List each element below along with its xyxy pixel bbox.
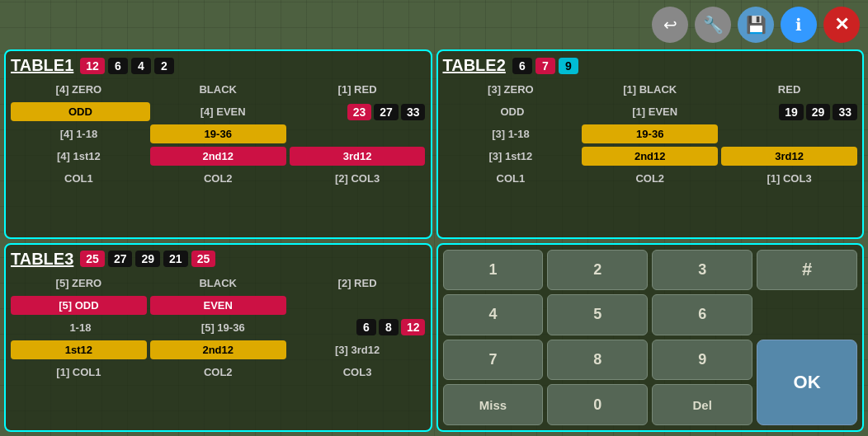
t3-3rd12: [3] 3rd12 (290, 340, 426, 359)
table3-badge-1: 27 (108, 251, 133, 267)
t2-num29: 29 (806, 104, 831, 120)
t3-black: BLACK (150, 274, 286, 293)
numpad-ok[interactable]: OK (757, 340, 857, 425)
t2-black: [1] BLACK (582, 80, 718, 99)
table2-row-2: [3] 1-18 19-36 (443, 124, 858, 143)
table1-row-2: [4] 1-18 19-36 (11, 124, 426, 143)
t1-num33: 33 (401, 104, 426, 120)
numpad-7[interactable]: 7 (443, 340, 544, 381)
table1-panel: TABLE1 12 6 4 2 [4] ZERO BLACK [1] RED O… (4, 49, 432, 239)
table1-badge-0: 12 (80, 58, 105, 74)
t2-num19: 19 (779, 104, 804, 120)
table1-badge-1: 6 (108, 58, 128, 74)
table1-row-4: COL1 COL2 [2] COL3 (11, 169, 426, 188)
numpad-2[interactable]: 2 (547, 250, 648, 291)
t1-1936[interactable]: 19-36 (150, 124, 286, 143)
t3-empty1 (290, 302, 426, 308)
t3-1936: [5] 19-36 (153, 318, 293, 337)
numpad-5[interactable]: 5 (547, 294, 648, 335)
t2-col1: COL1 (443, 169, 579, 188)
table2-row-3: [3] 1st12 2nd12 3rd12 (443, 147, 858, 166)
t3-1st12[interactable]: 1st12 (11, 340, 147, 359)
t2-3rd12[interactable]: 3rd12 (721, 147, 857, 166)
t2-empty (721, 131, 857, 138)
t1-118: [4] 1-18 (11, 124, 147, 143)
t3-col2: COL2 (150, 363, 286, 382)
t1-col2: COL2 (150, 169, 286, 188)
numpad-4[interactable]: 4 (443, 294, 544, 335)
t3-num12: 12 (401, 319, 426, 335)
table1-header: TABLE1 12 6 4 2 (11, 56, 426, 75)
numpad-9[interactable]: 9 (652, 340, 752, 381)
table3-badge-4: 25 (191, 251, 216, 267)
table2-title: TABLE2 (443, 56, 506, 75)
t1-col1: COL1 (11, 169, 147, 188)
save-button[interactable]: 💾 (738, 7, 774, 43)
close-button[interactable]: ✕ (823, 7, 860, 43)
table2-badge-0: 6 (512, 58, 532, 74)
info-button[interactable]: ℹ (781, 7, 817, 43)
t3-col3: COL3 (290, 363, 426, 382)
t1-empty (290, 131, 426, 138)
table1-badge-2: 4 (131, 58, 151, 74)
table2-badge-1: 7 (535, 58, 555, 74)
numpad-del[interactable]: Del (652, 384, 752, 425)
t1-col3: [2] COL3 (290, 169, 426, 188)
t2-col3: [1] COL3 (721, 169, 857, 188)
table2-header: TABLE2 6 7 9 (443, 56, 858, 75)
table3-badge-0: 25 (80, 251, 105, 267)
table2-row-0: [3] ZERO [1] BLACK RED (443, 80, 858, 99)
wrench-button[interactable]: 🔧 (695, 7, 731, 43)
numpad-8[interactable]: 8 (547, 340, 648, 381)
t3-2nd12[interactable]: 2nd12 (150, 340, 286, 359)
table2-badge-2: 9 (559, 58, 578, 74)
table3-badge-3: 21 (163, 251, 188, 267)
t1-num23: 23 (347, 104, 372, 120)
t1-odd[interactable]: ODD (11, 102, 150, 121)
table3-header: TABLE3 25 27 29 21 25 (11, 250, 426, 269)
table3-badge-2: 29 (135, 251, 160, 267)
t3-118: 1-18 (11, 318, 150, 337)
table2-row-1: ODD [1] EVEN 19 29 33 (443, 102, 858, 121)
t3-red: [2] RED (290, 274, 426, 293)
t1-even: [4] EVEN (153, 102, 293, 121)
t1-red: [1] RED (290, 80, 426, 99)
numpad-6[interactable]: 6 (652, 294, 752, 335)
table3-row-4: [1] COL1 COL2 COL3 (11, 363, 426, 382)
back-button[interactable]: ↩ (652, 7, 688, 43)
numpad-area: 1 2 3 # 4 5 6 7 8 9 OK Miss 0 Del (436, 243, 865, 433)
t2-odd: ODD (443, 102, 583, 121)
main-area: TABLE1 12 6 4 2 [4] ZERO BLACK [1] RED O… (4, 49, 864, 432)
table1-row-1: ODD [4] EVEN 23 27 33 (11, 102, 426, 121)
t2-118: [3] 1-18 (443, 124, 579, 143)
t2-1936[interactable]: 19-36 (582, 124, 718, 143)
table1-row-3: [4] 1st12 2nd12 3rd12 (11, 147, 426, 166)
table3-row-1: [5] ODD EVEN (11, 296, 426, 315)
table2-panel: TABLE2 6 7 9 [3] ZERO [1] BLACK RED ODD … (436, 49, 865, 239)
numpad-3[interactable]: 3 (652, 250, 752, 291)
t2-2nd12[interactable]: 2nd12 (582, 147, 718, 166)
t1-num27: 27 (374, 104, 399, 120)
t3-odd[interactable]: [5] ODD (11, 296, 147, 315)
numpad-hash[interactable]: # (757, 250, 857, 291)
numpad-miss[interactable]: Miss (443, 384, 544, 425)
t3-even[interactable]: EVEN (150, 296, 286, 315)
numpad-0[interactable]: 0 (547, 384, 648, 425)
table3-title: TABLE3 (11, 250, 73, 269)
table1-badge-3: 2 (154, 58, 174, 74)
table3-row-0: [5] ZERO BLACK [2] RED (11, 274, 426, 293)
t1-zero: [4] ZERO (11, 80, 147, 99)
t1-3rd12[interactable]: 3rd12 (290, 147, 426, 166)
table2-row-4: COL1 COL2 [1] COL3 (443, 169, 858, 188)
t2-col2: COL2 (582, 169, 718, 188)
t2-zero: [3] ZERO (443, 80, 579, 99)
t2-1st12: [3] 1st12 (443, 147, 579, 166)
t3-zero: [5] ZERO (11, 274, 147, 293)
numpad-1[interactable]: 1 (443, 250, 544, 291)
table3-row-2: 1-18 [5] 19-36 6 8 12 (11, 318, 426, 337)
t2-red: RED (721, 80, 857, 99)
t1-2nd12[interactable]: 2nd12 (150, 147, 286, 166)
table1-row-0: [4] ZERO BLACK [1] RED (11, 80, 426, 99)
t3-num8: 8 (379, 319, 399, 335)
table1-title: TABLE1 (11, 56, 73, 75)
